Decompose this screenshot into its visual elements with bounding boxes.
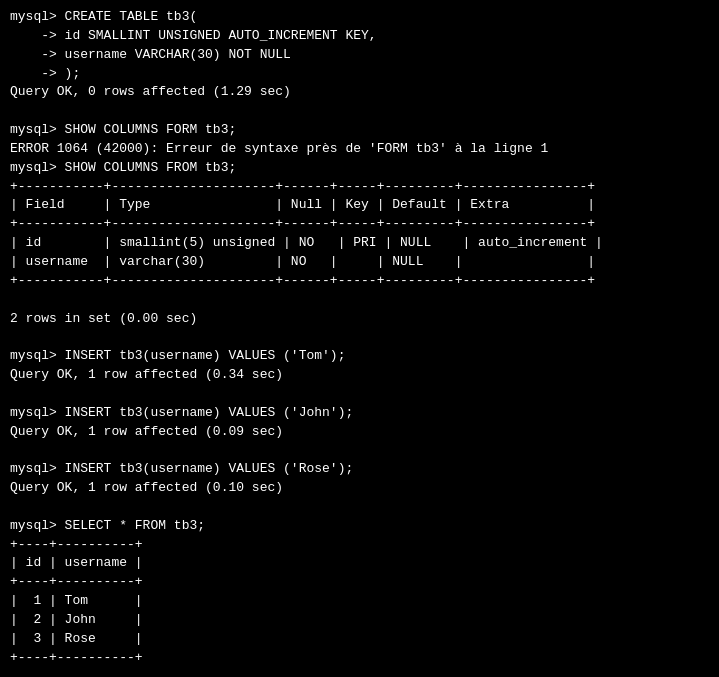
col-sep-mid: +-----------+---------------------+-----… — [10, 215, 709, 234]
sel-sep-top: +----+----------+ — [10, 536, 709, 555]
sel-header: | id | username | — [10, 554, 709, 573]
line-insert-tom: mysql> INSERT tb3(username) VALUES ('Tom… — [10, 347, 709, 366]
line-select: mysql> SELECT * FROM tb3; — [10, 517, 709, 536]
blank-3 — [10, 328, 709, 347]
col-sep-bot: +-----------+---------------------+-----… — [10, 272, 709, 291]
line-4: -> ); — [10, 65, 709, 84]
line-insert-rose: mysql> INSERT tb3(username) VALUES ('Ros… — [10, 460, 709, 479]
col-row-1: | id | smallint(5) unsigned | NO | PRI |… — [10, 234, 709, 253]
col-row-2: | username | varchar(30) | NO | | NULL |… — [10, 253, 709, 272]
col-header: | Field | Type | Null | Key | Default | … — [10, 196, 709, 215]
terminal: mysql> CREATE TABLE tb3( -> id SMALLINT … — [0, 0, 719, 677]
sel-row-3: | 3 | Rose | — [10, 630, 709, 649]
line-7: ERROR 1064 (42000): Erreur de syntaxe pr… — [10, 140, 709, 159]
line-8: mysql> SHOW COLUMNS FROM tb3; — [10, 159, 709, 178]
sel-row-2: | 2 | John | — [10, 611, 709, 630]
line-6: mysql> SHOW COLUMNS FORM tb3; — [10, 121, 709, 140]
line-2: -> id SMALLINT UNSIGNED AUTO_INCREMENT K… — [10, 27, 709, 46]
line-insert-john-result: Query OK, 1 row affected (0.09 sec) — [10, 423, 709, 442]
sel-row-1: | 1 | Tom | — [10, 592, 709, 611]
sel-sep-mid: +----+----------+ — [10, 573, 709, 592]
col-sep-top: +-----------+---------------------+-----… — [10, 178, 709, 197]
blank-4 — [10, 385, 709, 404]
sel-sep-bot: +----+----------+ — [10, 649, 709, 668]
line-1: mysql> CREATE TABLE tb3( — [10, 8, 709, 27]
line-insert-tom-result: Query OK, 1 row affected (0.34 sec) — [10, 366, 709, 385]
line-3: -> username VARCHAR(30) NOT NULL — [10, 46, 709, 65]
blank-5 — [10, 441, 709, 460]
line-insert-john: mysql> INSERT tb3(username) VALUES ('Joh… — [10, 404, 709, 423]
line-5: Query OK, 0 rows affected (1.29 sec) — [10, 83, 709, 102]
blank-6 — [10, 498, 709, 517]
line-rows-2: 2 rows in set (0.00 sec) — [10, 310, 709, 329]
blank-7 — [10, 668, 709, 677]
blank-1 — [10, 102, 709, 121]
blank-2 — [10, 291, 709, 310]
line-insert-rose-result: Query OK, 1 row affected (0.10 sec) — [10, 479, 709, 498]
